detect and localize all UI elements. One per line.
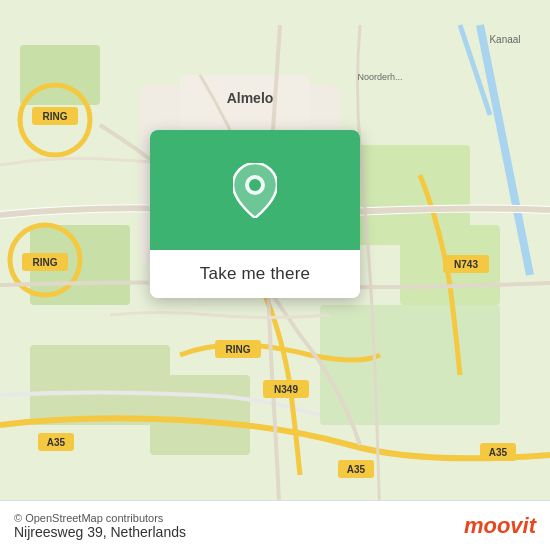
- moovit-logo: moovit: [464, 513, 536, 539]
- svg-text:RING: RING: [33, 257, 58, 268]
- attribution-text: © OpenStreetMap contributors: [14, 512, 186, 524]
- svg-text:Kanaal: Kanaal: [489, 34, 520, 45]
- svg-rect-8: [150, 375, 250, 455]
- svg-point-35: [249, 179, 261, 191]
- svg-text:N349: N349: [274, 384, 298, 395]
- map-container: RING RING RING N349 N743 A35 A35 A35 Alm…: [0, 0, 550, 550]
- svg-text:RING: RING: [226, 344, 251, 355]
- svg-text:A35: A35: [47, 437, 66, 448]
- bottom-bar: © OpenStreetMap contributors Nijreesweg …: [0, 500, 550, 550]
- svg-text:A35: A35: [347, 464, 366, 475]
- svg-text:N743: N743: [454, 259, 478, 270]
- svg-text:RING: RING: [43, 111, 68, 122]
- svg-text:A35: A35: [489, 447, 508, 458]
- popup-header: [150, 130, 360, 250]
- svg-text:Noorderh...: Noorderh...: [357, 72, 402, 82]
- moovit-logo-text: moovit: [464, 513, 536, 539]
- bottom-bar-left: © OpenStreetMap contributors Nijreesweg …: [14, 512, 186, 540]
- location-pin-icon: [233, 163, 277, 218]
- popup-card: Take me there: [150, 130, 360, 298]
- address-text: Nijreesweg 39, Netherlands: [14, 524, 186, 540]
- svg-rect-6: [30, 345, 170, 425]
- take-me-there-button[interactable]: Take me there: [150, 250, 360, 298]
- svg-text:Almelo: Almelo: [227, 90, 274, 106]
